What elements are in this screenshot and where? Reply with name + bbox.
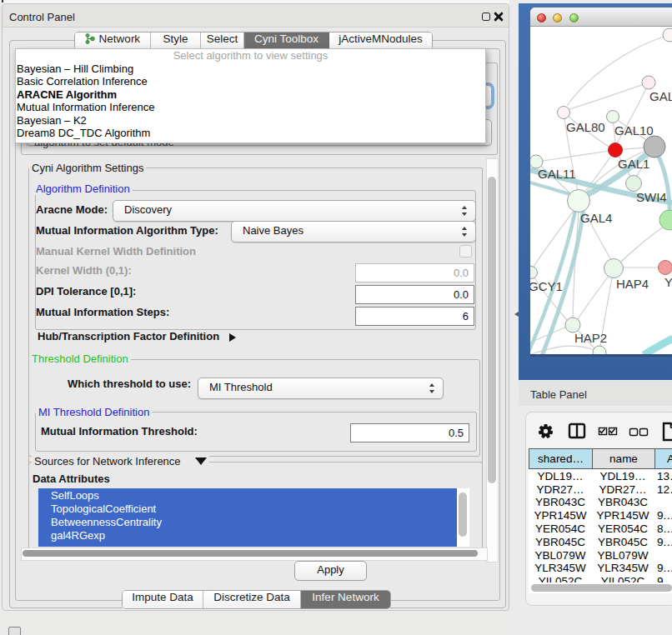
svg-text:GAL: GAL — [649, 89, 672, 103]
svg-text:GAL10: GAL10 — [614, 123, 654, 138]
svg-text:GCY1: GCY1 — [530, 279, 563, 293]
svg-text:GAL11: GAL11 — [538, 167, 576, 181]
svg-text:HAP2: HAP2 — [574, 331, 607, 345]
svg-text:GAL1: GAL1 — [618, 157, 649, 171]
svg-text:HAP4: HAP4 — [616, 277, 649, 291]
svg-text:GAL80: GAL80 — [566, 120, 605, 134]
svg-text:GAL4: GAL4 — [580, 211, 612, 225]
svg-text:Y: Y — [664, 275, 672, 289]
svg-text:SWI4: SWI4 — [636, 190, 667, 204]
